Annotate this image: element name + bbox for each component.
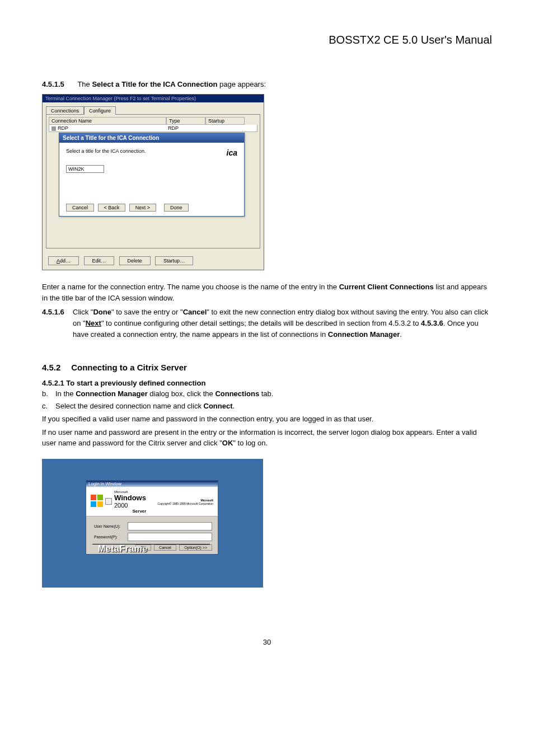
metaframe-text: MetaFrame xyxy=(98,544,148,554)
tab-content: Connection Name Type Startup RDP RDP Sel… xyxy=(46,114,260,248)
windows-logon-screenshot: Login in Window Microsoft Windows 2000 S… xyxy=(42,459,263,588)
connection-manager-screenshot: Terminal Connection Manager (Press F2 to… xyxy=(42,94,264,270)
section-452-heading: 4.5.2 Connecting to a Citrix Server xyxy=(42,363,492,372)
ica-title-input[interactable] xyxy=(66,165,104,173)
page-number: 30 xyxy=(42,638,492,646)
tab-connections[interactable]: Connections xyxy=(46,106,84,115)
password-label: Password(P): xyxy=(94,535,128,539)
windows-brand: Microsoft Windows 2000 Server xyxy=(114,490,157,514)
wizard-done-button[interactable]: Done xyxy=(164,204,189,212)
section-4515-text-post: page appears: xyxy=(217,80,266,88)
logon-cancel-button[interactable]: Cancel xyxy=(154,544,176,551)
para-valid-creds: If you specified a valid user name and p… xyxy=(42,414,492,425)
row-name: RDP xyxy=(58,125,68,131)
connection-row-rdp[interactable]: RDP RDP xyxy=(49,125,257,132)
para-no-user: If no user name and password are present… xyxy=(42,427,492,449)
section-4515-num: 4.5.1.5 xyxy=(42,80,76,88)
tab-configure[interactable]: Configure xyxy=(84,106,116,115)
page-header: BOSSTX2 CE 5.0 User's Manual xyxy=(42,34,492,46)
password-input[interactable] xyxy=(128,533,212,541)
windows-logo-icon xyxy=(91,495,110,509)
wizard-next-button[interactable]: Next > xyxy=(129,204,156,212)
step-b: b. In the Connection Manager dialog box,… xyxy=(42,388,492,400)
ica-title-wizard: Select a Title for the ICA Connection Se… xyxy=(59,133,245,217)
col-type[interactable]: Type xyxy=(166,117,205,125)
conn-mgr-bottom-buttons: AAdd…dd… Edit… Delete Startup… xyxy=(43,252,264,270)
section-4515-heading: 4.5.1.5 The Select a Title for the ICA C… xyxy=(42,80,492,88)
username-label: User Name(U): xyxy=(94,524,128,528)
row-type: RDP xyxy=(166,125,204,132)
section-4516-num: 4.5.1.6 xyxy=(42,307,73,340)
wizard-instruction: Select a title for the ICA connection. xyxy=(66,148,237,154)
section-4521-heading: 4.5.2.1 To start a previously defined co… xyxy=(42,379,492,387)
delete-button[interactable]: Delete xyxy=(119,256,151,265)
section-4515-bold: Select a Title for the ICA Connection xyxy=(92,80,217,88)
section-4516: 4.5.1.6 Click "Done" to save the entry o… xyxy=(42,307,492,340)
terminal-icon xyxy=(51,126,56,131)
conn-mgr-titlebar: Terminal Connection Manager (Press F2 to… xyxy=(43,95,264,102)
section-4515-text-pre: The xyxy=(77,80,92,88)
section-452-num: 4.5.2 xyxy=(42,363,69,372)
logon-titlebar: Login in Window xyxy=(86,481,218,487)
wizard-back-button[interactable]: < Back xyxy=(98,204,126,212)
wizard-titlebar: Select a Title for the ICA Connection xyxy=(59,133,244,143)
ms-copyright: Microsoft Copyright© 1985-1999 Microsoft… xyxy=(157,499,213,505)
col-startup[interactable]: Startup xyxy=(205,117,245,125)
username-input[interactable] xyxy=(128,522,212,530)
para-enter-name: Enter a name for the connection entry. T… xyxy=(42,281,492,303)
step-c: c. Select the desired connection name an… xyxy=(42,401,492,412)
key-icon xyxy=(105,498,112,505)
edit-button[interactable]: Edit… xyxy=(84,256,115,265)
startup-button[interactable]: Startup… xyxy=(155,256,193,265)
list-header: Connection Name Type Startup xyxy=(49,117,257,125)
add-button[interactable]: AAdd…dd… xyxy=(48,256,79,265)
col-connection-name[interactable]: Connection Name xyxy=(49,117,166,125)
wizard-cancel-button[interactable]: Cancel xyxy=(66,204,94,212)
logon-option-button[interactable]: Option(O) >> xyxy=(179,544,212,551)
ica-logo-icon: ica xyxy=(227,148,237,157)
section-452-title: Connecting to a Citrix Server xyxy=(71,363,187,372)
